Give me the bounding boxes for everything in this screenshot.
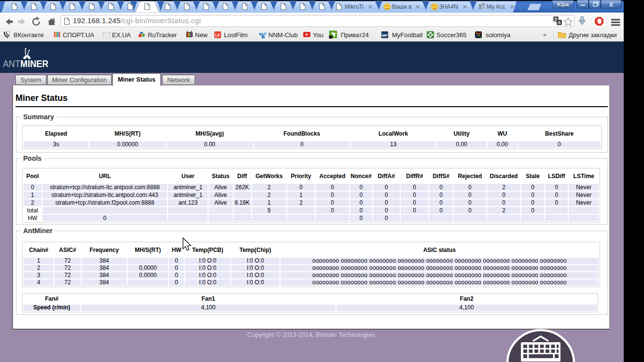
svg-text:»: » <box>543 31 546 38</box>
svg-text:Ваши в: Ваши в <box>392 3 412 10</box>
svg-text:MF: MF <box>382 33 388 38</box>
svg-text:LF: LF <box>215 33 220 38</box>
svg-text:X: X <box>609 1 614 8</box>
svg-text:A: A <box>558 20 560 25</box>
svg-text:Юра: Юра <box>557 1 569 7</box>
svg-text:MikroTi: MikroTi <box>345 3 364 10</box>
svg-text:3HA4N: 3HA4N <box>439 3 458 10</box>
svg-text:My Acc: My Acc <box>487 3 505 10</box>
